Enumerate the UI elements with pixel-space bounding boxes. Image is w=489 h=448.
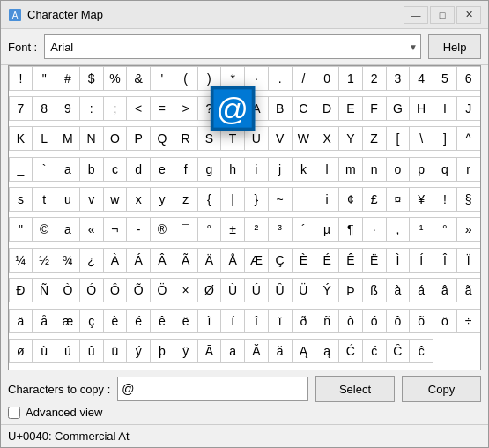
char-cell[interactable]: ß [362,278,387,302]
char-cell[interactable]: í [220,309,245,333]
char-cell[interactable]: y [150,187,174,212]
char-cell[interactable]: ë [174,309,198,333]
char-cell[interactable]: ¢ [338,187,363,212]
char-cell[interactable]: æ [56,309,80,333]
char-cell[interactable]: à [386,278,411,302]
char-cell[interactable]: ` [32,157,56,182]
char-cell[interactable]: Y [338,126,363,151]
char-cell[interactable]: Ï [456,248,480,273]
char-cell[interactable]: ä [9,309,33,333]
char-cell[interactable]: c [103,157,128,182]
char-cell[interactable]: ° [197,217,222,242]
char-cell[interactable]: Å [220,248,245,273]
char-cell[interactable]: Ô [103,278,128,302]
char-cell[interactable]: - [126,217,151,242]
char-cell[interactable]: Z [362,126,387,151]
char-cell[interactable]: = [150,96,174,121]
char-cell[interactable]: ð [292,309,316,333]
char-cell[interactable]: ® [150,217,174,242]
char-cell[interactable]: Ù [220,278,245,302]
char-cell[interactable]: è [103,309,128,333]
char-cell[interactable]: ù [32,339,56,363]
char-cell[interactable]: Æ [244,248,269,273]
char-cell[interactable]: h [220,157,245,182]
char-cell[interactable]: ą [315,339,339,363]
char-cell[interactable]: ² [244,217,269,242]
char-cell[interactable]: × [174,278,198,302]
char-cell[interactable]: ñ [315,309,339,333]
char-cell[interactable]: É [315,248,339,273]
char-cell[interactable]: ! [9,66,33,91]
char-cell[interactable]: d [126,157,151,182]
char-cell[interactable]: Þ [338,278,363,302]
char-cell[interactable]: µ [315,217,339,242]
font-selector[interactable]: Arial Times New Roman Courier New Verdan… [44,34,421,59]
char-cell[interactable]: M [56,126,80,151]
char-cell[interactable]: f [174,157,198,182]
select-button[interactable]: Select [315,376,395,402]
char-cell[interactable]: W [292,126,316,151]
char-cell[interactable]: Q [150,126,174,151]
char-cell[interactable]: F [362,96,387,121]
char-cell[interactable]: ¾ [56,248,80,273]
char-cell[interactable]: · [362,217,387,242]
char-cell[interactable]: @ [211,86,255,131]
char-cell[interactable]: Ì [386,248,411,273]
char-cell[interactable]: q [433,157,457,182]
char-cell[interactable]: ] [433,126,457,151]
char-cell[interactable]: X [315,126,339,151]
char-cell[interactable]: § [456,187,480,212]
char-cell[interactable]: 9 [56,96,80,121]
char-cell[interactable]: a [56,217,80,242]
minimize-button[interactable]: — [404,6,428,24]
char-cell[interactable]: ã [456,278,480,302]
char-cell[interactable]: ½ [32,248,56,273]
font-dropdown[interactable]: Arial Times New Roman Courier New Verdan… [44,34,421,59]
char-cell[interactable]: " [32,66,56,91]
char-cell[interactable]: N [79,126,104,151]
char-cell[interactable]: m [338,157,363,182]
char-cell[interactable]: v [79,187,104,212]
char-cell[interactable]: _ [9,157,33,182]
close-button[interactable]: ✕ [456,6,481,24]
char-cell[interactable]: l [315,157,339,182]
char-cell[interactable]: î [244,309,269,333]
char-cell[interactable]: t [32,187,56,212]
char-cell[interactable]: é [126,309,151,333]
char-cell[interactable]: « [79,217,104,242]
char-cell[interactable]: 3 [386,66,411,91]
char-cell[interactable]: ¼ [9,248,33,273]
char-cell[interactable]: [ [386,126,411,151]
char-cell[interactable]: x [126,187,151,212]
char-cell[interactable]: j [268,157,293,182]
char-cell[interactable]: J [456,96,480,121]
char-cell[interactable]: . [268,66,293,91]
char-cell[interactable]: ¹ [409,217,433,242]
characters-to-copy-input[interactable] [117,377,308,401]
char-cell[interactable]: ò [338,309,363,333]
char-cell[interactable]: & [126,66,151,91]
char-cell[interactable]: R [174,126,198,151]
char-cell[interactable]: Ð [9,278,33,302]
char-cell[interactable]: ó [362,309,387,333]
char-cell[interactable]: P [126,126,151,151]
char-cell[interactable]: K [9,126,33,151]
char-cell[interactable]: ĉ [409,339,433,363]
char-cell[interactable]: a [56,157,80,182]
char-cell[interactable]: 2 [362,66,387,91]
char-cell[interactable]: " [9,217,33,242]
char-cell[interactable]: Í [409,248,433,273]
char-cell[interactable]: e [150,157,174,182]
char-cell[interactable]: ÷ [456,309,480,333]
char-cell[interactable]: 8 [32,96,56,121]
char-cell[interactable]: > [174,96,198,121]
char-cell[interactable]: n [362,157,387,182]
char-cell[interactable]: ; [103,96,128,121]
char-cell[interactable]: g [197,157,222,182]
char-cell[interactable]: ă [268,339,293,363]
char-cell[interactable]: ( [174,66,198,91]
char-cell[interactable]: i [315,187,339,212]
advanced-view-label[interactable]: Advanced view [26,406,102,419]
char-cell[interactable]: b [79,157,104,182]
char-cell[interactable]: / [292,66,316,91]
